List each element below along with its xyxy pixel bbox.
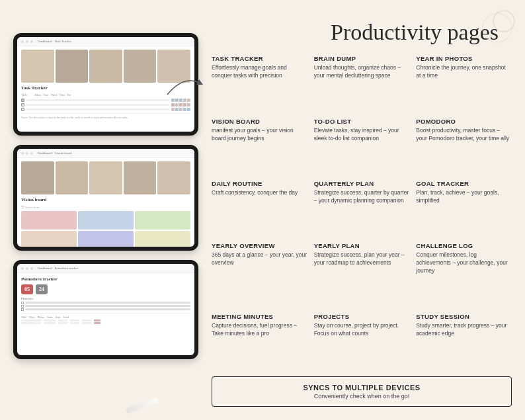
device-2-label: Vision board xyxy=(21,197,190,202)
pline-1 xyxy=(25,302,190,304)
feature-vision-board-title: VISION BOARD xyxy=(212,118,307,125)
feature-year-in-photos-desc: Chronicle the journey, one snapshot at a… xyxy=(416,64,512,80)
vc3 xyxy=(135,211,190,230)
vp-1 xyxy=(21,161,54,194)
task-row-1 xyxy=(21,99,190,102)
stylus-icon xyxy=(126,398,159,414)
feature-projects-title: PROJECTS xyxy=(314,313,410,320)
pcheck-1 xyxy=(21,302,24,304)
d5 xyxy=(187,99,190,102)
pomodoro-content: Pomodoro tracker 05 24 Priorities xyxy=(17,273,194,327)
screen-header-3: Dashboard Pomodoro tracker xyxy=(17,264,194,273)
feature-challenge-log-desc: Conquer milestones, log achievements – y… xyxy=(416,251,512,275)
vision-grid xyxy=(21,211,190,247)
decorative-circles xyxy=(477,8,517,48)
vp-3 xyxy=(89,161,122,194)
pomodoro-table-header: TitleDatePhaseStartEndTotal xyxy=(21,315,190,319)
d9 xyxy=(183,103,186,106)
task-dots-1 xyxy=(171,99,190,102)
vc2 xyxy=(78,211,134,230)
page-title: Productivity pages xyxy=(212,13,512,44)
feature-pomodoro: POMODORO Boost productivity, master focu… xyxy=(416,118,512,175)
divider-2 xyxy=(21,313,190,314)
feature-meeting-minutes-title: MEETING MINUTES xyxy=(212,313,307,320)
feature-study-session: STUDY SESSION Study smarter, track progr… xyxy=(416,313,512,370)
vp-4 xyxy=(124,161,157,194)
photo-1 xyxy=(21,50,54,83)
task-row-2 xyxy=(21,103,190,106)
d15 xyxy=(187,108,190,111)
vc6 xyxy=(135,231,190,247)
feature-study-session-desc: Study smarter, track progress – your aca… xyxy=(416,322,512,338)
feature-yearly-plan: YEARLY PLAN Strategize success, plan you… xyxy=(314,242,410,307)
feature-daily-routine: DAILY ROUTINE Craft consistency, conquer… xyxy=(212,180,307,237)
feature-pomodoro-desc: Boost productivity, master focus – your … xyxy=(416,127,512,143)
svg-point-0 xyxy=(493,11,514,32)
screen-header-1: Dashboard Task Tracker xyxy=(17,37,194,46)
vp-2 xyxy=(56,161,89,194)
feature-projects-desc: Stay on course, project by project. Focu… xyxy=(314,322,410,338)
task-line-3 xyxy=(26,108,169,110)
pcheck-3 xyxy=(21,308,24,311)
feature-goal-tracker-desc: Plan, track, achieve – your goals, simpl… xyxy=(416,189,512,205)
d6 xyxy=(171,103,175,106)
pline-2 xyxy=(25,305,190,307)
d7 xyxy=(175,103,179,106)
feature-goal-tracker: GOAL TRACKER Plan, track, achieve – your… xyxy=(416,180,512,237)
d1 xyxy=(171,99,175,102)
task-row-3 xyxy=(21,108,190,111)
syncs-box: SYNCS TO MULTIPLE DEVICES Conveniently c… xyxy=(212,376,512,407)
priority-row-1 xyxy=(21,302,190,304)
page: Dashboard Task Tracker Task Tracker Titl… xyxy=(0,0,525,420)
photo-4 xyxy=(124,50,157,83)
d2 xyxy=(175,99,179,102)
task-dots-2 xyxy=(171,103,190,106)
feature-challenge-log-title: CHALLENGE LOG xyxy=(416,242,512,249)
priority-row-2 xyxy=(21,305,190,308)
d13 xyxy=(179,108,182,111)
feature-projects: PROJECTS Stay on course, project by proj… xyxy=(314,313,410,370)
d10 xyxy=(187,103,190,106)
task-check-3 xyxy=(21,108,24,111)
screen-tab-label-3: Dashboard Pomodoro tracker xyxy=(38,267,78,270)
feature-vision-board: VISION BOARD manifest your goals – your … xyxy=(212,118,307,175)
priority-row-3 xyxy=(21,308,190,311)
task-check-2 xyxy=(21,103,24,106)
features-column: Productivity pages TASK TRACKER Effortle… xyxy=(212,13,512,407)
pcheck-2 xyxy=(21,305,24,308)
feature-quarterly-plan: QUARTERLY PLAN Strategize success, quart… xyxy=(314,180,410,237)
vc4 xyxy=(21,231,77,247)
feature-yearly-overview-desc: 365 days at a glance – your year, your o… xyxy=(212,251,307,267)
arrow-svg xyxy=(164,71,204,98)
prow-2 xyxy=(21,322,190,324)
feature-to-do-list-title: TO-DO LIST xyxy=(314,118,410,125)
task-check-1 xyxy=(21,99,24,102)
feature-study-session-title: STUDY SESSION xyxy=(416,313,512,320)
d8 xyxy=(179,103,182,106)
feature-vision-board-desc: manifest your goals – your vision board … xyxy=(212,127,307,143)
d14 xyxy=(183,108,186,111)
timer-minutes: 05 xyxy=(21,284,33,294)
screen-tab-label-2: Dashboard Vision board xyxy=(38,151,71,155)
feature-daily-routine-title: DAILY ROUTINE xyxy=(212,180,307,187)
vision-select: ☰ Select item xyxy=(21,205,190,209)
pomodoro-rows xyxy=(21,319,190,324)
d11 xyxy=(171,108,175,111)
feature-yearly-plan-desc: Strategize success, plan your year – you… xyxy=(314,251,410,267)
device-3-label: Pomodoro tracker xyxy=(21,276,190,282)
photo-2 xyxy=(56,50,89,83)
feature-year-in-photos-title: YEAR IN PHOTOS xyxy=(416,55,512,62)
feature-quarterly-plan-title: QUARTERLY PLAN xyxy=(314,180,410,187)
priority-label: Priorities xyxy=(21,297,190,300)
feature-brain-dump-desc: Unload thoughts, organize chaos – your m… xyxy=(314,64,410,80)
screen-tab-label: Dashboard Task Tracker xyxy=(38,40,71,43)
prow-1 xyxy=(21,319,190,321)
pomodoro-timer: 05 24 xyxy=(21,284,190,294)
vision-board-screen: Dashboard Vision board Vision board ☰ Se… xyxy=(17,149,194,247)
feature-daily-routine-desc: Craft consistency, conquer the day xyxy=(212,189,307,197)
feature-goal-tracker-title: GOAL TRACKER xyxy=(416,180,512,187)
vp-5 xyxy=(157,161,190,194)
feature-yearly-plan-title: YEARLY PLAN xyxy=(314,242,410,249)
vc5 xyxy=(78,231,134,247)
d4 xyxy=(183,99,186,102)
